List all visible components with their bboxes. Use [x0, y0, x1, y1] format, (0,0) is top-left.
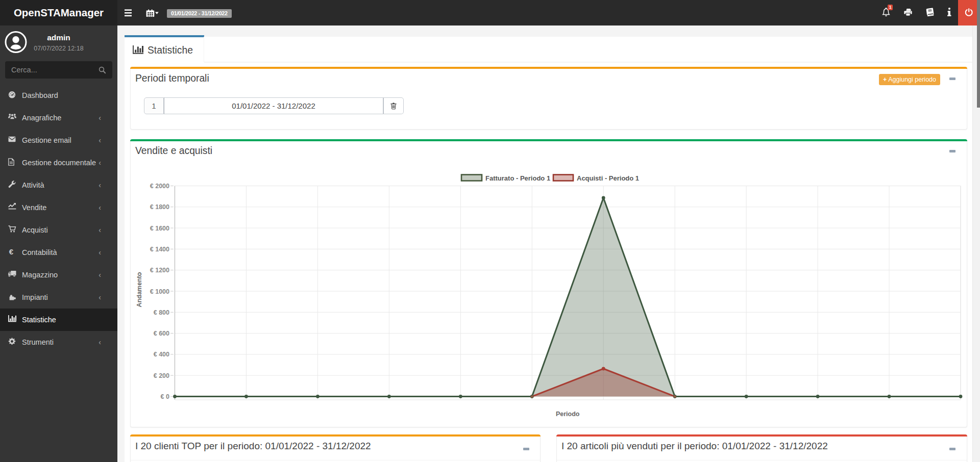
svg-text:Acquisti - Periodo 1: Acquisti - Periodo 1 — [577, 174, 639, 182]
svg-text:€ 1200: € 1200 — [150, 267, 169, 274]
svg-text:Andamento: Andamento — [136, 272, 143, 307]
svg-text:€ 1400: € 1400 — [150, 246, 169, 253]
svg-text:€ 600: € 600 — [154, 330, 169, 337]
svg-text:€ 2000: € 2000 — [150, 183, 169, 190]
svg-text:€ 1600: € 1600 — [150, 225, 169, 232]
svg-text:€ 400: € 400 — [154, 351, 169, 358]
svg-text:€: € — [9, 248, 14, 255]
svg-text:€ 0: € 0 — [161, 393, 169, 400]
svg-text:€ 1000: € 1000 — [150, 288, 169, 295]
svg-text:Periodo: Periodo — [556, 410, 580, 418]
svg-text:€ 1800: € 1800 — [150, 203, 169, 211]
svg-text:€ 800: € 800 — [154, 309, 169, 316]
svg-text:€ 200: € 200 — [154, 372, 169, 379]
svg-text:Fatturato - Periodo 1: Fatturato - Periodo 1 — [485, 174, 550, 182]
